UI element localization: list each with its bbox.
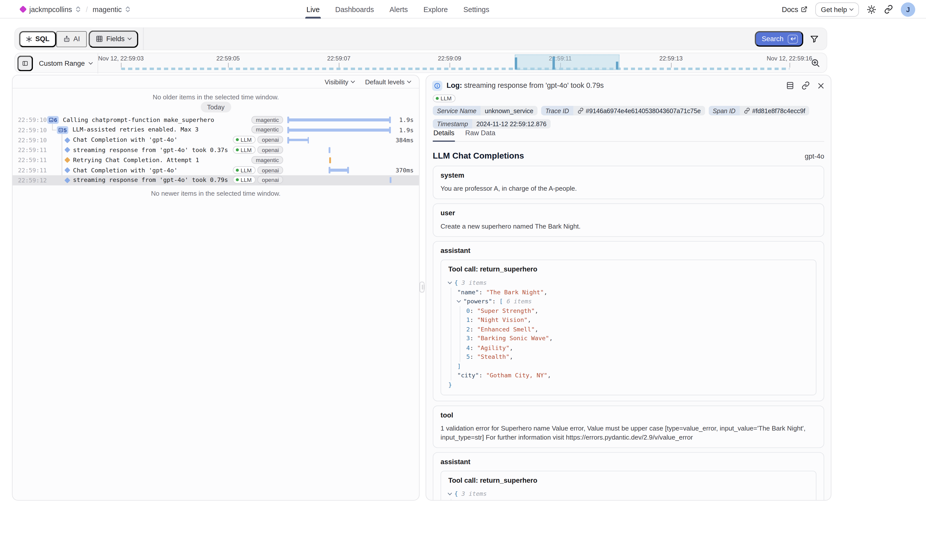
json-token: , — [544, 289, 547, 295]
timeline-tick-label: 22:59:09 — [416, 55, 482, 62]
json-indent-guide — [448, 306, 457, 315]
search-button[interactable]: Search — [755, 31, 803, 47]
meta-pill-trace-id[interactable]: Trace ID#9146a6974e4e6140538043607a71c75… — [541, 106, 705, 115]
fields-table-icon — [95, 35, 103, 43]
fields-button[interactable]: Fields — [88, 30, 139, 47]
json-indent-guide — [457, 325, 466, 334]
message-card-system: systemYou are professor A, in charge of … — [433, 166, 824, 199]
breadcrumb-project[interactable]: magentic — [93, 5, 122, 13]
json-token: : — [470, 353, 477, 360]
json-line: 2: "Enhanced Smell", — [448, 325, 809, 334]
json-token: "Super Strength" — [477, 307, 535, 314]
get-help-button[interactable]: Get help — [815, 2, 859, 16]
open-in-table-icon[interactable] — [786, 81, 794, 89]
project-selector-icon[interactable] — [125, 6, 130, 12]
timeline-tick-mark — [449, 63, 450, 68]
span-diamond-icon — [64, 167, 70, 173]
timeline-tick-mark — [790, 63, 790, 68]
time-range-selector[interactable]: Custom Range — [39, 53, 92, 74]
log-row-message: streaming response from 'gpt-4o' took 0.… — [73, 146, 228, 153]
model-name: gpt-4o — [805, 152, 824, 160]
log-row[interactable]: 22:59:105LLM-assisted retries enabled. M… — [12, 125, 419, 135]
message-card-tool: tool1 validation error for Superhero nam… — [433, 406, 824, 448]
log-row-time: 22:59:11 — [18, 167, 47, 174]
log-row-badges: LLMopenai — [233, 166, 283, 174]
log-row[interactable]: 22:59:10Chat Completion with 'gpt-4o'LLM… — [12, 135, 419, 145]
log-row[interactable]: 22:59:106Calling chatprompt-function mak… — [12, 115, 419, 125]
log-row[interactable]: 22:59:11streaming response from 'gpt-4o'… — [12, 145, 419, 155]
panel-resize-handle[interactable] — [419, 282, 424, 293]
breadcrumb-org[interactable]: jackmpcollins — [29, 5, 72, 13]
histogram-bar — [616, 62, 619, 69]
message-role: assistant — [441, 247, 817, 254]
tab-settings[interactable]: Settings — [463, 0, 489, 18]
log-row[interactable]: 22:59:11Chat Completion with 'gpt-4o'LLM… — [12, 165, 419, 175]
log-row-badges: LLMopenai — [233, 136, 283, 143]
json-token: [ — [499, 298, 507, 305]
detail-tab-raw-data[interactable]: Raw Data — [465, 129, 496, 141]
event-tick — [329, 157, 331, 163]
json-token: : — [492, 298, 499, 305]
log-row-time: 22:59:11 — [18, 147, 47, 153]
nav-actions: Docs Get help J — [782, 0, 915, 18]
collapse-toggle[interactable]: 5 — [57, 126, 68, 134]
timeline-tick-label: 22:59:07 — [306, 55, 372, 62]
meta-pill-span-id[interactable]: Span ID#fd81e8f78c4ecc9f — [708, 106, 809, 115]
fields-label: Fields — [106, 35, 124, 43]
log-row-badges: LLMopenai — [233, 146, 283, 154]
org-selector-icon[interactable] — [76, 6, 81, 12]
json-collapse-chevron-icon[interactable] — [448, 491, 452, 495]
openai-badge: openai — [257, 166, 283, 174]
json-token: "name" — [457, 500, 479, 501]
json-token: , — [544, 500, 547, 501]
warning-diamond-icon — [64, 157, 70, 163]
user-avatar[interactable]: J — [901, 2, 915, 16]
detail-tab-details[interactable]: Details — [433, 129, 455, 142]
external-link-icon — [801, 6, 807, 12]
json-token: "Barking Sonic Wave" — [477, 335, 549, 342]
timeline-tick-mark — [121, 63, 121, 68]
share-link-icon[interactable] — [884, 5, 893, 14]
log-row[interactable]: 22:59:12streaming response from 'gpt-4o'… — [12, 175, 419, 185]
meta-pill-service-name[interactable]: Service Nameunknown_service — [433, 106, 537, 115]
json-indent-guide — [448, 362, 457, 371]
log-row-time: 22:59:10 — [18, 127, 47, 133]
meta-pill-timestamp[interactable]: Timestamp2024-11-12 22:59:12.876 — [433, 119, 551, 128]
tab-live[interactable]: Live — [307, 0, 320, 18]
json-token: 5 — [466, 353, 470, 360]
json-collapse-chevron-icon[interactable] — [457, 299, 461, 303]
event-tick — [390, 177, 391, 183]
json-collapse-chevron-icon[interactable] — [448, 280, 452, 284]
zoom-in-button[interactable] — [811, 58, 821, 70]
copy-link-icon[interactable] — [802, 81, 810, 89]
collapse-toggle[interactable]: 6 — [47, 116, 59, 124]
json-indent-guide — [457, 343, 466, 352]
log-row[interactable]: 22:59:11Retrying Chat Completion. Attemp… — [12, 155, 419, 165]
tool-call-title: Tool call: return_superhero — [448, 266, 809, 273]
tab-explore[interactable]: Explore — [423, 0, 448, 18]
collapse-panel-button[interactable] — [17, 56, 33, 71]
json-token: , — [535, 326, 538, 332]
docs-link[interactable]: Docs — [782, 5, 807, 13]
json-indent-guide — [448, 334, 457, 343]
log-row-duration: 384ms — [385, 137, 413, 143]
meta-label: Timestamp — [433, 119, 472, 128]
filter-button[interactable] — [810, 35, 819, 44]
ai-mode-button[interactable]: AI — [56, 31, 86, 47]
close-icon[interactable] — [817, 82, 825, 89]
section-title: LLM Chat Completions — [433, 151, 524, 160]
json-token: ] — [457, 363, 461, 369]
json-token: 0 — [466, 307, 470, 314]
sql-mode-button[interactable]: SQL — [19, 31, 56, 47]
json-token: "powers" — [463, 298, 492, 305]
timeline-selection[interactable] — [515, 54, 619, 70]
json-indent-guide — [448, 287, 457, 297]
tab-alerts[interactable]: Alerts — [389, 0, 408, 18]
log-title-text: streaming response from 'gpt-4o' took 0.… — [464, 81, 604, 89]
histogram-bar — [552, 57, 555, 69]
tab-dashboards[interactable]: Dashboards — [335, 0, 374, 18]
theme-toggle-icon[interactable] — [867, 5, 876, 14]
json-line: 5: "Stealth", — [448, 352, 809, 362]
json-line: "powers": [ 6 items — [448, 297, 809, 306]
log-row-time: 22:59:12 — [18, 177, 47, 183]
